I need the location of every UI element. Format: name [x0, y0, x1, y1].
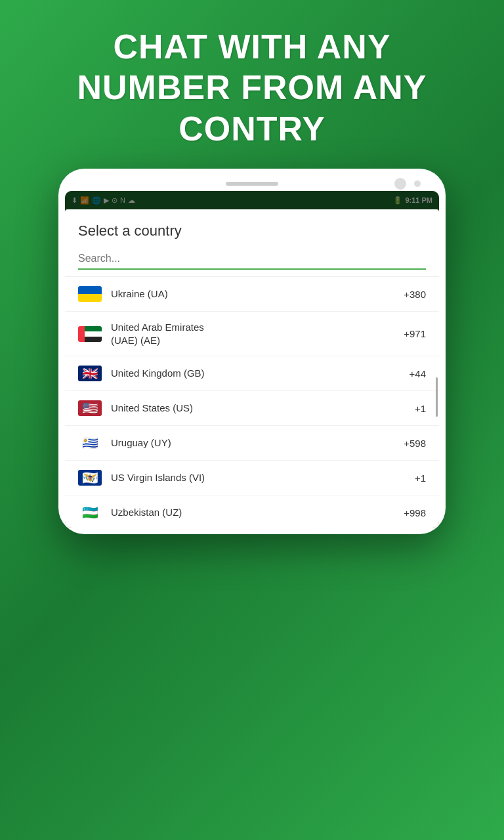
country-code-ua: +380 — [404, 289, 426, 300]
flag-gb — [78, 366, 102, 381]
flag-us — [78, 400, 102, 416]
phone-frame: ⬇ 📶 🌐 ▶ ⊙ N ☁ 🔋 9:11 PM Who ... 15 ⋮ VIS — [58, 169, 446, 534]
phone-top-bar — [65, 182, 439, 186]
country-item-uy[interactable]: Uruguay (UY) +598 — [65, 426, 439, 461]
modal-title: Select a country — [78, 222, 426, 240]
header-title: CHAT WITH ANY NUMBER FROM ANY CONTRY — [39, 26, 465, 149]
flag-vi — [78, 470, 102, 486]
scrollbar[interactable] — [436, 377, 438, 417]
header-section: CHAT WITH ANY NUMBER FROM ANY CONTRY — [0, 0, 504, 169]
country-item-gb[interactable]: United Kingdom (GB) +44 — [65, 356, 439, 391]
flag-uz — [78, 505, 102, 520]
flag-uy — [78, 435, 102, 451]
phone-screen: ⬇ 📶 🌐 ▶ ⊙ N ☁ 🔋 9:11 PM Who ... 15 ⋮ VIS — [65, 191, 439, 528]
country-name-vi: US Virgin Islands (VI) — [111, 471, 406, 484]
country-name-us: United States (US) — [111, 402, 406, 415]
phone-dot — [414, 180, 421, 187]
country-code-ae: +971 — [404, 328, 426, 339]
country-list: Ukraine (UA) +380 United Arab Emirates(U… — [65, 277, 439, 528]
modal-header: Select a country — [65, 209, 439, 277]
country-search-input[interactable] — [78, 249, 426, 270]
phone-camera — [394, 178, 406, 190]
country-code-uz: +998 — [404, 507, 426, 518]
country-select-modal: Select a country Ukraine (UA) +380 — [65, 209, 439, 528]
phone-speaker — [226, 182, 278, 186]
flag-ae — [78, 326, 102, 342]
country-item-ua[interactable]: Ukraine (UA) +380 — [65, 277, 439, 312]
country-item-us[interactable]: United States (US) +1 — [65, 391, 439, 426]
country-item-vi[interactable]: US Virgin Islands (VI) +1 — [65, 461, 439, 495]
flag-ua — [78, 286, 102, 302]
country-item-uz[interactable]: Uzbekistan (UZ) +998 — [65, 495, 439, 528]
country-code-vi: +1 — [415, 472, 426, 484]
country-name-ae: United Arab Emirates(UAE) (AE) — [111, 321, 394, 346]
country-name-ua: Ukraine (UA) — [111, 287, 394, 301]
country-item-ae[interactable]: United Arab Emirates(UAE) (AE) +971 — [65, 312, 439, 356]
country-code-gb: +44 — [410, 368, 426, 379]
search-container — [78, 249, 426, 270]
country-code-us: +1 — [415, 403, 426, 414]
country-name-gb: United Kingdom (GB) — [111, 367, 400, 380]
country-code-uy: +598 — [404, 438, 426, 449]
country-name-uy: Uruguay (UY) — [111, 436, 394, 450]
country-name-uz: Uzbekistan (UZ) — [111, 506, 394, 519]
